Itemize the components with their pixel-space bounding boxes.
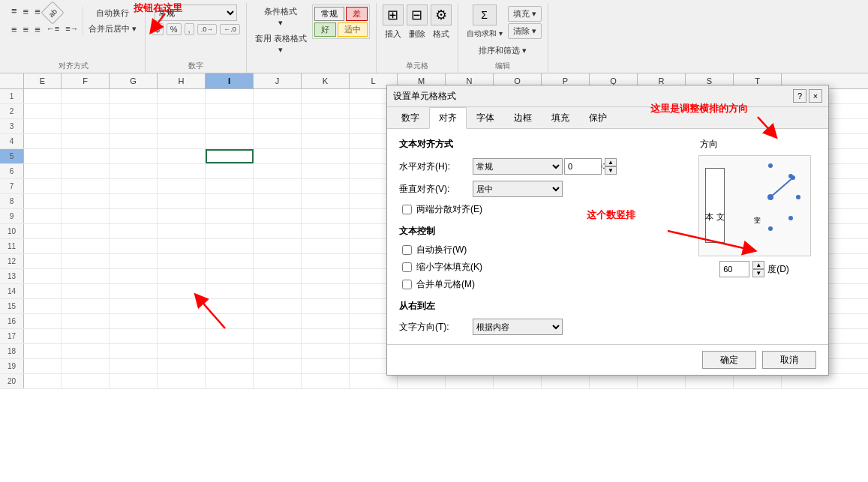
row-number[interactable]: 3 (0, 119, 24, 133)
align-right-btn[interactable]: ≡ (32, 22, 43, 37)
cell-H12[interactable] (158, 254, 206, 268)
cell-K16[interactable] (302, 314, 350, 328)
cell-G10[interactable] (110, 224, 158, 238)
cell-J3[interactable] (254, 119, 302, 133)
increase-decimal-btn[interactable]: .0→ (197, 24, 218, 34)
cell-E9[interactable] (24, 209, 62, 223)
cell-G16[interactable] (110, 314, 158, 328)
indent-decrease-btn[interactable]: ←≡ (44, 22, 62, 37)
cell-E11[interactable] (24, 239, 62, 253)
format-btn[interactable]: 格式 (431, 27, 452, 41)
cell-F13[interactable] (62, 269, 110, 283)
degree-input[interactable] (719, 261, 749, 277)
cell-K17[interactable] (302, 329, 350, 343)
row-number[interactable]: 6 (0, 164, 24, 178)
cell-E14[interactable] (24, 284, 62, 298)
cell-E20[interactable] (24, 374, 62, 388)
cell-H5[interactable] (158, 149, 206, 163)
cell-E1[interactable] (24, 89, 62, 103)
row-number[interactable]: 5 (0, 149, 24, 163)
row-number[interactable]: 17 (0, 329, 24, 343)
cell-J12[interactable] (254, 254, 302, 268)
row-number[interactable]: 11 (0, 239, 24, 253)
cell-I18[interactable] (206, 344, 254, 358)
cell-K18[interactable] (302, 344, 350, 358)
cell-Q20[interactable] (590, 374, 638, 388)
cell-G11[interactable] (110, 239, 158, 253)
cell-I16[interactable] (206, 314, 254, 328)
cell-J7[interactable] (254, 179, 302, 193)
cell-J18[interactable] (254, 344, 302, 358)
row-number[interactable]: 4 (0, 134, 24, 148)
degree-down-btn[interactable]: ▼ (752, 269, 764, 277)
orientation-box[interactable]: 文本 (698, 155, 811, 256)
merge-cells-btn[interactable]: 合并后居中 ▾ (86, 22, 139, 36)
merge-checkbox[interactable] (402, 280, 412, 289)
cell-F14[interactable] (62, 284, 110, 298)
cell-H11[interactable] (158, 239, 206, 253)
cell-I13[interactable] (206, 269, 254, 283)
cell-H2[interactable] (158, 104, 206, 118)
cell-K7[interactable] (302, 179, 350, 193)
cell-H3[interactable] (158, 119, 206, 133)
col-header-I[interactable]: I (206, 73, 254, 88)
cell-G12[interactable] (110, 254, 158, 268)
cell-K19[interactable] (302, 359, 350, 373)
percent-btn[interactable]: % (167, 23, 182, 35)
cell-E13[interactable] (24, 269, 62, 283)
cell-E16[interactable] (24, 314, 62, 328)
cell-G1[interactable] (110, 89, 158, 103)
distributed-checkbox[interactable] (402, 205, 412, 214)
delete-btn[interactable]: 删除 (407, 27, 428, 41)
cell-H8[interactable] (158, 194, 206, 208)
cell-K8[interactable] (302, 194, 350, 208)
cell-G6[interactable] (110, 164, 158, 178)
cell-L20[interactable] (350, 374, 398, 388)
cell-J8[interactable] (254, 194, 302, 208)
align-top-center-btn[interactable]: ≡ (21, 4, 32, 21)
cell-K1[interactable] (302, 89, 350, 103)
cell-J19[interactable] (254, 359, 302, 373)
cell-E4[interactable] (24, 134, 62, 148)
cell-I17[interactable] (206, 329, 254, 343)
sort-filter-btn[interactable]: 排序和筛选 ▾ (476, 43, 529, 58)
cell-G7[interactable] (110, 179, 158, 193)
format-as-table-btn[interactable]: 套用 表格格式 ▾ (253, 31, 309, 56)
angle-dial[interactable]: 文字 (737, 160, 804, 253)
cell-E3[interactable] (24, 119, 62, 133)
cell-J1[interactable] (254, 89, 302, 103)
row-number[interactable]: 12 (0, 254, 24, 268)
cell-K13[interactable] (302, 269, 350, 283)
cell-S20[interactable] (686, 374, 734, 388)
tab-font[interactable]: 字体 (467, 107, 504, 129)
col-header-K[interactable]: K (302, 73, 350, 88)
tab-number[interactable]: 数字 (392, 107, 429, 129)
align-top-left-btn[interactable]: ≡ (9, 4, 20, 21)
cell-J16[interactable] (254, 314, 302, 328)
cell-F5[interactable] (62, 149, 110, 163)
cell-E2[interactable] (24, 104, 62, 118)
cell-K12[interactable] (302, 254, 350, 268)
tab-alignment[interactable]: 对齐 (429, 107, 467, 129)
cell-F2[interactable] (62, 104, 110, 118)
cell-I4[interactable] (206, 134, 254, 148)
cell-E5[interactable] (24, 149, 62, 163)
indent-up-btn[interactable]: ▲ (605, 158, 617, 166)
cell-I19[interactable] (206, 359, 254, 373)
cell-F15[interactable] (62, 299, 110, 313)
cell-G15[interactable] (110, 299, 158, 313)
cell-E10[interactable] (24, 224, 62, 238)
col-header-H[interactable]: H (158, 73, 206, 88)
indent-increase-btn[interactable]: ≡→ (63, 22, 80, 37)
cell-H14[interactable] (158, 284, 206, 298)
cell-T20[interactable] (734, 374, 782, 388)
cell-K6[interactable] (302, 164, 350, 178)
dialog-close-btn[interactable]: × (809, 89, 822, 103)
cell-F8[interactable] (62, 194, 110, 208)
cell-K15[interactable] (302, 299, 350, 313)
h-align-select[interactable]: 常规 (473, 158, 563, 175)
cell-R20[interactable] (638, 374, 686, 388)
conditional-format-btn[interactable]: 条件格式 ▾ (253, 4, 309, 29)
cell-G4[interactable] (110, 134, 158, 148)
cell-H20[interactable] (158, 374, 206, 388)
